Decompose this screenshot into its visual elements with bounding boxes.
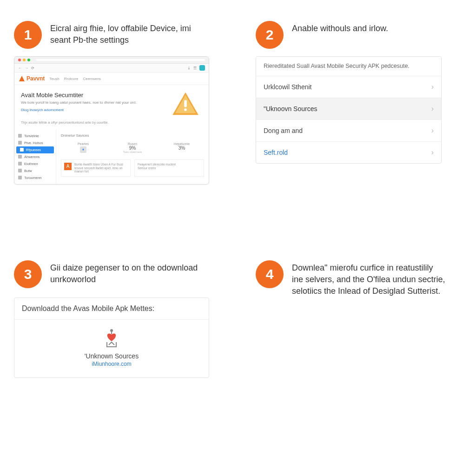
site-logo[interactable]: Pavvnt: [19, 75, 45, 82]
settings-row[interactable]: Urklcowil Sthenit ›: [256, 76, 441, 98]
sidebar-item[interactable]: Butw: [14, 167, 56, 174]
dashboard: Tonveinie Pive. Hohos Rfpueees Ahwerens …: [14, 130, 209, 184]
stat-label: Peartes: [61, 142, 106, 145]
nav-fwd-icon[interactable]: →: [25, 66, 28, 70]
stat-label: Rusen: [110, 142, 155, 145]
sidebar-label: Pive. Hohos: [24, 141, 43, 145]
settings-row-unknown-sources[interactable]: "Uknoovn Sources ›: [256, 98, 441, 120]
logo-triangle-icon: [19, 76, 25, 81]
download-heart-icon: [102, 328, 121, 349]
site-nav: Teush Rrotcore Ceernsens: [49, 77, 101, 81]
sidebar: Tonveinie Pive. Hohos Rfpueees Ahwerens …: [14, 130, 56, 184]
hero-subtitle: We bole yorcif te loang oatul pourant ha…: [21, 100, 167, 105]
account-icon[interactable]: [199, 65, 205, 71]
settings-description: Riereditated Suall Avast Mobile Security…: [256, 57, 441, 76]
sidebar-label: Tonveinie: [24, 134, 39, 138]
step-4-text: Downlea" mierofu curfice in reatustilily…: [292, 260, 445, 298]
step-4-header: 4 Downlea" mierofu curfice in reatustili…: [256, 260, 460, 298]
step-3: 3 Gii daize pegenser to on the odownload…: [14, 260, 223, 378]
settings-row-link[interactable]: Seft.rold ›: [256, 142, 441, 163]
sidebar-icon: [18, 134, 22, 138]
nav-link[interactable]: Rrotcore: [64, 77, 79, 81]
sidebar-icon: [18, 141, 22, 145]
step-1-text: Eicral airg fhie, lov offabile Device, i…: [50, 21, 204, 46]
svg-rect-0: [184, 100, 187, 107]
sidebar-icon: [18, 162, 22, 165]
stat-card: Hepetunne 3%: [159, 140, 204, 156]
card-title: Fwayenert slerecnte modent: [138, 163, 176, 166]
sidebar-label: Eiothnen: [24, 162, 38, 166]
shield-icon: ♦: [80, 146, 86, 153]
nav-link[interactable]: Ceernsens: [83, 77, 101, 81]
sidebar-item[interactable]: Tonveinie: [14, 132, 56, 139]
sidebar-item[interactable]: Eiothnen: [14, 160, 56, 167]
site-brand: Pavvnt: [26, 75, 45, 82]
settings-row[interactable]: Dong am and ›: [256, 120, 441, 142]
step-1-header: 1 Eicral airg fhie, lov offabile Device,…: [14, 21, 223, 49]
stat-value: 3%: [159, 145, 204, 151]
settings-list: Riereditated Suall Avast Mobile Security…: [256, 56, 442, 164]
card-title: Bonte Awatth tdere Uben A For thusl: [74, 163, 127, 166]
sidebar-item-active[interactable]: Rfpueees: [16, 146, 54, 153]
window-zoom-icon[interactable]: [27, 59, 30, 61]
sidebar-icon: [18, 169, 22, 172]
sidebar-label: Rfpueees: [26, 148, 41, 152]
warning-triangle-icon: [172, 92, 199, 116]
stat-label: Hepetunne: [159, 142, 204, 145]
hero: Avaït Moble Secumtiter We bole yorcif te…: [14, 85, 209, 120]
window-close-icon[interactable]: [18, 59, 21, 61]
download-card-body: 'Unknown Sources iMiunhoore.com: [14, 320, 209, 377]
sidebar-item[interactable]: Toroomenn: [14, 174, 56, 181]
browser-mock: ← → ⟳ ⤓ ☰ Pavvnt Teush Rrotcore Ceernsen…: [14, 56, 209, 185]
hero-text: Avaït Moble Secumtiter We bole yorcif te…: [21, 92, 167, 112]
nav-reload-icon[interactable]: ⟳: [31, 66, 34, 70]
hero-link[interactable]: Diog lnowych adorncment: [21, 108, 167, 112]
nav-back-icon[interactable]: ←: [18, 66, 22, 70]
sidebar-label: Butw: [24, 169, 32, 173]
step-2-badge: 2: [256, 21, 284, 49]
step-2-header: 2 Anable withouls and irlow.: [256, 21, 460, 49]
step-2: 2 Anable withouls and irlow. Riereditate…: [256, 21, 460, 164]
info-card[interactable]: A Bonte Awatth tdere Uben A For thusl te…: [61, 159, 131, 177]
download-icon[interactable]: ⤓: [187, 66, 191, 70]
stat-card: Peartes ♦: [61, 140, 106, 156]
settings-label: Seft.rold: [264, 149, 288, 156]
step-1: 1 Eicral airg fhie, lov offabile Device,…: [14, 21, 223, 185]
browser-titlebar: [14, 57, 209, 64]
stat-row: Peartes ♦ Rusen 9% Toav otvermets Hepetu…: [61, 140, 204, 156]
sidebar-icon: [20, 148, 24, 152]
download-card: Downloadd the Avas Mobile Apk Mettes: 'U…: [14, 298, 209, 378]
step-3-badge: 3: [14, 260, 42, 288]
settings-label: Dong am and: [264, 127, 303, 134]
card-sub: Seriour crerin: [138, 166, 176, 170]
browser-tab[interactable]: [36, 59, 205, 61]
chevron-right-icon: ›: [431, 83, 434, 91]
hero-title: Avaït Moble Secumtiter: [21, 92, 167, 99]
sidebar-item[interactable]: Ahwerens: [14, 153, 56, 160]
sidebar-icon: [18, 176, 22, 179]
step-1-badge: 1: [14, 21, 42, 49]
step-3-header: 3 Gii daize pegenser to on the odownload…: [14, 260, 223, 288]
svg-rect-3: [111, 331, 112, 334]
settings-label: "Uknoovn Sources: [264, 105, 317, 112]
info-card[interactable]: Fwayenert slerecnte modent Seriour creri…: [134, 159, 204, 177]
sidebar-icon: [18, 155, 22, 159]
stat-value: 9%: [110, 145, 155, 151]
svg-point-1: [184, 108, 187, 111]
sidebar-label: Toroomenn: [24, 176, 42, 180]
dashboard-main: Dninetur Savices Peartes ♦ Rusen 9% Toav…: [56, 130, 209, 184]
hero-footer-text: Thjx asulte Mihle a oftyr perorsentunton…: [14, 120, 209, 130]
step-3-text: Gii daize pegenser to on the odownload u…: [50, 260, 204, 285]
step-4: 4 Downlea" mierofu curfice in reatustili…: [256, 260, 460, 305]
section-title: Dninetur Savices: [61, 133, 204, 138]
chevron-right-icon: ›: [431, 126, 434, 135]
download-link[interactable]: iMiunhoore.com: [14, 361, 209, 367]
reader-icon[interactable]: ☰: [193, 66, 197, 70]
window-minimize-icon[interactable]: [23, 59, 26, 61]
sidebar-label: Ahwerens: [24, 155, 40, 159]
sidebar-item[interactable]: Pive. Hohos: [14, 139, 56, 146]
nav-link[interactable]: Teush: [49, 77, 59, 81]
download-card-title: Downloadd the Avas Mobile Apk Mettes:: [14, 298, 209, 320]
chevron-right-icon: ›: [431, 105, 434, 113]
stat-card: Rusen 9% Toav otvermets: [110, 140, 155, 156]
